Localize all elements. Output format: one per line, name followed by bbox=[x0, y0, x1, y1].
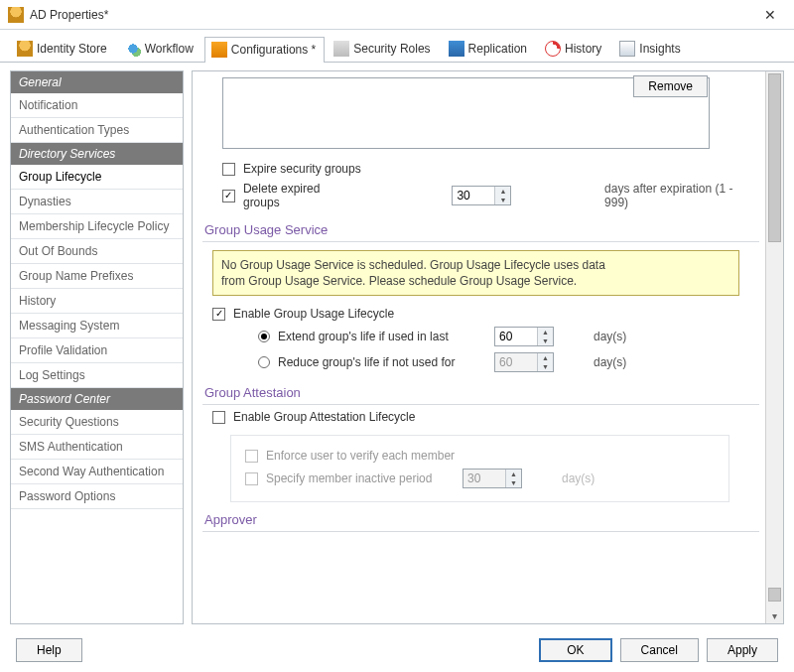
sidebar-header-password-center: Password Center bbox=[11, 388, 183, 410]
cancel-button[interactable]: Cancel bbox=[620, 638, 699, 662]
identity-store-icon bbox=[17, 41, 33, 57]
specify-inactive-period-checkbox bbox=[245, 472, 258, 485]
scroll-thumb[interactable] bbox=[768, 73, 781, 242]
history-icon bbox=[545, 41, 561, 57]
reduce-days-unit: day(s) bbox=[594, 355, 643, 369]
sidebar-item-log-settings[interactable]: Log Settings bbox=[11, 363, 183, 388]
replication-icon bbox=[449, 41, 464, 57]
work-area: General Notification Authentication Type… bbox=[0, 63, 794, 628]
inactive-days-unit: day(s) bbox=[562, 471, 611, 485]
section-approver: Approver bbox=[202, 512, 759, 532]
sidebar-item-messaging-system[interactable]: Messaging System bbox=[11, 314, 183, 338]
delete-expired-days-input[interactable] bbox=[453, 187, 494, 204]
configurations-icon bbox=[211, 42, 227, 58]
expire-security-groups-label: Expire security groups bbox=[243, 162, 361, 176]
extend-days-input[interactable] bbox=[495, 328, 537, 345]
tab-insights[interactable]: Insights bbox=[612, 36, 689, 62]
titlebar: AD Properties* ✕ bbox=[0, 0, 794, 30]
delete-expired-days-suffix: days after expiration (1 - 999) bbox=[604, 182, 759, 209]
sidebar-item-sms-authentication[interactable]: SMS Authentication bbox=[11, 435, 183, 460]
tab-replication[interactable]: Replication bbox=[442, 36, 536, 62]
usage-warning-line1: No Group Usage Service is scheduled. Gro… bbox=[221, 257, 730, 273]
inactive-days-spinner: ▲▼ bbox=[463, 469, 522, 488]
apply-button[interactable]: Apply bbox=[707, 638, 778, 662]
tab-label: History bbox=[565, 42, 601, 56]
tab-label: Security Roles bbox=[353, 42, 430, 56]
reduce-group-life-radio[interactable] bbox=[258, 356, 270, 368]
spin-down-icon: ▼ bbox=[506, 478, 521, 487]
spin-up-icon[interactable]: ▲ bbox=[538, 328, 553, 336]
spin-down-icon[interactable]: ▼ bbox=[495, 196, 510, 204]
tab-label: Identity Store bbox=[37, 42, 107, 56]
tab-label: Insights bbox=[639, 42, 680, 56]
security-roles-icon bbox=[333, 41, 349, 57]
window-title: AD Properties* bbox=[30, 8, 750, 22]
inactive-days-input bbox=[463, 470, 505, 487]
workflow-icon bbox=[125, 41, 141, 57]
reduce-days-input bbox=[495, 353, 537, 371]
expire-security-groups-checkbox[interactable] bbox=[222, 163, 235, 176]
delete-expired-groups-checkbox[interactable] bbox=[222, 190, 235, 202]
enforce-verify-member-label: Enforce user to verify each member bbox=[266, 449, 455, 463]
spin-up-icon: ▲ bbox=[506, 470, 521, 478]
remove-button[interactable]: Remove bbox=[633, 75, 708, 97]
sidebar-header-general: General bbox=[11, 71, 183, 93]
delete-expired-days-spinner[interactable]: ▲▼ bbox=[452, 186, 511, 205]
delete-expired-groups-label: Delete expired groups bbox=[243, 182, 359, 209]
enable-group-usage-lifecycle-label: Enable Group Usage Lifecycle bbox=[233, 307, 394, 321]
scroll-thumb-secondary[interactable] bbox=[768, 588, 781, 602]
sidebar-item-dynasties[interactable]: Dynasties bbox=[11, 190, 183, 214]
enable-group-attestation-checkbox[interactable] bbox=[212, 411, 225, 424]
app-icon bbox=[8, 7, 24, 23]
help-button[interactable]: Help bbox=[16, 638, 82, 662]
tab-strip: Identity Store Workflow Configurations *… bbox=[0, 30, 794, 63]
dialog-footer: Help OK Cancel Apply bbox=[0, 628, 794, 672]
sidebar-item-history[interactable]: History bbox=[11, 289, 183, 314]
spin-up-icon: ▲ bbox=[538, 353, 553, 362]
vertical-scrollbar[interactable]: ▾ bbox=[765, 71, 783, 623]
spin-down-icon[interactable]: ▼ bbox=[538, 336, 553, 345]
ok-button[interactable]: OK bbox=[539, 638, 611, 662]
sidebar-item-profile-validation[interactable]: Profile Validation bbox=[11, 338, 183, 363]
sidebar-item-second-way-authentication[interactable]: Second Way Authentication bbox=[11, 460, 183, 484]
sidebar-item-password-options[interactable]: Password Options bbox=[11, 484, 183, 509]
sidebar-item-group-lifecycle[interactable]: Group Lifecycle bbox=[11, 165, 183, 190]
tab-label: Replication bbox=[468, 42, 527, 56]
reduce-days-spinner: ▲▼ bbox=[494, 352, 554, 372]
section-group-attestation: Group Attestaion bbox=[202, 385, 759, 405]
tab-history[interactable]: History bbox=[538, 36, 610, 62]
scroll-down-icon[interactable]: ▾ bbox=[766, 610, 783, 621]
tab-identity-store[interactable]: Identity Store bbox=[10, 36, 116, 62]
reduce-group-life-label: Reduce group's life if not used for bbox=[278, 355, 486, 369]
tab-label: Workflow bbox=[145, 42, 194, 56]
enable-group-usage-lifecycle-checkbox[interactable] bbox=[212, 308, 225, 321]
sidebar-item-security-questions[interactable]: Security Questions bbox=[11, 410, 183, 435]
section-group-usage-service: Group Usage Service bbox=[202, 222, 759, 242]
tab-security-roles[interactable]: Security Roles bbox=[327, 36, 439, 62]
content-panel: ▾ Remove Expire security groups Delete e… bbox=[192, 70, 784, 624]
sidebar-item-out-of-bounds[interactable]: Out Of Bounds bbox=[11, 239, 183, 264]
tab-configurations[interactable]: Configurations * bbox=[204, 37, 325, 63]
specify-inactive-period-label: Specify member inactive period bbox=[266, 471, 455, 485]
close-button[interactable]: ✕ bbox=[750, 7, 790, 23]
sidebar-item-notification[interactable]: Notification bbox=[11, 93, 183, 118]
sidebar-item-group-name-prefixes[interactable]: Group Name Prefixes bbox=[11, 264, 183, 289]
extend-days-spinner[interactable]: ▲▼ bbox=[494, 327, 554, 346]
enable-group-attestation-label: Enable Group Attestation Lifecycle bbox=[233, 410, 415, 424]
sidebar-item-membership-lifecycle-policy[interactable]: Membership Lifecycle Policy bbox=[11, 214, 183, 239]
sidebar-item-authentication-types[interactable]: Authentication Types bbox=[11, 118, 183, 143]
tab-workflow[interactable]: Workflow bbox=[118, 36, 202, 62]
enforce-verify-member-checkbox bbox=[245, 450, 258, 463]
spin-down-icon: ▼ bbox=[538, 362, 553, 371]
insights-icon bbox=[619, 41, 635, 57]
sidebar: General Notification Authentication Type… bbox=[10, 70, 184, 624]
extend-group-life-label: Extend group's life if used in last bbox=[278, 330, 486, 343]
sidebar-header-directory-services: Directory Services bbox=[11, 143, 183, 165]
extend-group-life-radio[interactable] bbox=[258, 331, 270, 342]
usage-warning-line2: from Group Usage Service. Please schedul… bbox=[221, 273, 730, 289]
spin-up-icon[interactable]: ▲ bbox=[495, 187, 510, 196]
extend-days-unit: day(s) bbox=[594, 330, 643, 343]
tab-label: Configurations * bbox=[231, 43, 316, 57]
usage-service-warning: No Group Usage Service is scheduled. Gro… bbox=[212, 250, 739, 296]
